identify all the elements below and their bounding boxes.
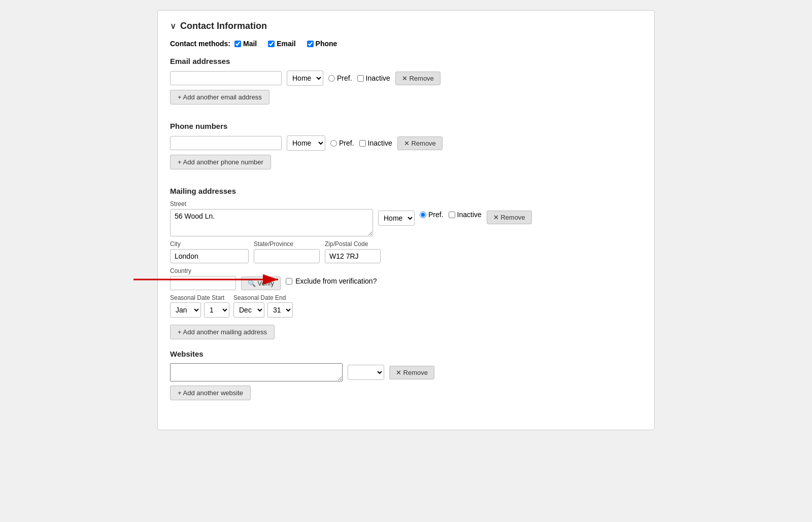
city-state-zip-row: City State/Province Zip/Postal Code bbox=[170, 240, 642, 263]
zip-input[interactable] bbox=[325, 249, 381, 263]
mailing-type-select[interactable]: Home Work Other bbox=[378, 211, 415, 226]
email-section: Email addresses Home Work Other Pref. In… bbox=[170, 57, 642, 113]
collapse-icon[interactable]: ∨ bbox=[170, 21, 176, 31]
website-field-row: Home Work Other ✕ Remove bbox=[170, 363, 642, 381]
end-month-select[interactable]: JanFebMarApr MayJunJulAug SepOctNovDec bbox=[233, 302, 264, 318]
contact-methods-row: Contact methods: Mail Email Phone bbox=[170, 40, 642, 48]
seasonal-start-group: Seasonal Date Start JanFebMarApr MayJunJ… bbox=[170, 294, 229, 318]
end-day-select[interactable]: 12345 678910 1112131415 1617181920 21222… bbox=[267, 302, 293, 318]
street-textarea[interactable] bbox=[170, 209, 373, 236]
street-label: Street bbox=[170, 200, 373, 207]
street-row: Street Home Work Other Pref. Inactive ✕ … bbox=[170, 200, 642, 236]
add-email-button[interactable]: + Add another email address bbox=[170, 90, 269, 105]
seasonal-row: Seasonal Date Start JanFebMarApr MayJunJ… bbox=[170, 294, 642, 318]
contact-information-panel: ∨ Contact Information Contact methods: M… bbox=[157, 10, 655, 430]
street-field: Street bbox=[170, 200, 373, 236]
method-mail: Mail bbox=[234, 40, 261, 48]
mailing-section: Mailing addresses Street Home Work Other… bbox=[170, 187, 642, 347]
state-field: State/Province bbox=[254, 240, 320, 263]
email-pref-radio[interactable] bbox=[328, 75, 335, 82]
phone-section-title: Phone numbers bbox=[170, 122, 642, 130]
country-field: Country bbox=[170, 267, 236, 290]
zip-field: Zip/Postal Code bbox=[325, 240, 381, 263]
phone-label[interactable]: Phone bbox=[316, 40, 337, 48]
mailing-inactive-checkbox[interactable] bbox=[449, 212, 455, 218]
website-type-select[interactable]: Home Work Other bbox=[348, 365, 384, 380]
mailing-section-title: Mailing addresses bbox=[170, 187, 642, 195]
add-mailing-button[interactable]: + Add another mailing address bbox=[170, 325, 275, 339]
email-checkbox[interactable] bbox=[268, 41, 275, 47]
websites-section: Websites Home Work Other ✕ Remove + Add … bbox=[170, 350, 642, 408]
email-field-row: Home Work Other Pref. Inactive ✕ Remove bbox=[170, 71, 642, 86]
start-month-select[interactable]: JanFebMarApr MayJunJulAug SepOctNovDec bbox=[170, 302, 201, 318]
country-input[interactable] bbox=[170, 276, 236, 290]
website-input[interactable] bbox=[170, 363, 343, 381]
add-website-button[interactable]: + Add another website bbox=[170, 386, 251, 400]
email-pref-inactive: Pref. Inactive bbox=[328, 74, 390, 82]
add-phone-button[interactable]: + Add another phone number bbox=[170, 155, 271, 169]
panel-title: Contact Information bbox=[180, 21, 267, 31]
state-label: State/Province bbox=[254, 240, 320, 248]
email-label[interactable]: Email bbox=[277, 40, 295, 48]
city-input[interactable] bbox=[170, 249, 249, 263]
country-label: Country bbox=[170, 267, 236, 274]
phone-inactive-label[interactable]: Inactive bbox=[359, 139, 392, 147]
exclude-row: Exclude from verification? bbox=[286, 277, 377, 285]
email-type-select[interactable]: Home Work Other bbox=[287, 71, 323, 86]
email-remove-button[interactable]: ✕ Remove bbox=[395, 72, 441, 85]
panel-header: ∨ Contact Information bbox=[170, 21, 642, 31]
phone-section: Phone numbers Home Work Mobile Other Pre… bbox=[170, 122, 642, 178]
phone-type-select[interactable]: Home Work Mobile Other bbox=[287, 135, 325, 151]
mail-label[interactable]: Mail bbox=[243, 40, 257, 48]
seasonal-start-label: Seasonal Date Start bbox=[170, 294, 229, 301]
state-input[interactable] bbox=[254, 249, 320, 263]
email-pref-label[interactable]: Pref. bbox=[328, 74, 352, 82]
mailing-pref-radio[interactable] bbox=[420, 212, 426, 218]
seasonal-end-selects: JanFebMarApr MayJunJulAug SepOctNovDec 1… bbox=[233, 302, 293, 318]
websites-section-title: Websites bbox=[170, 350, 642, 358]
email-input[interactable] bbox=[170, 71, 282, 85]
phone-input[interactable] bbox=[170, 136, 282, 150]
email-inactive-checkbox[interactable] bbox=[357, 75, 364, 82]
phone-remove-button[interactable]: ✕ Remove bbox=[397, 136, 443, 150]
phone-checkbox[interactable] bbox=[307, 41, 314, 47]
seasonal-end-label: Seasonal Date End bbox=[233, 294, 293, 301]
mailing-inactive-label[interactable]: Inactive bbox=[449, 211, 482, 219]
exclude-label[interactable]: Exclude from verification? bbox=[295, 277, 377, 285]
phone-pref-radio[interactable] bbox=[330, 140, 337, 147]
phone-inactive-checkbox[interactable] bbox=[359, 140, 366, 147]
method-email: Email bbox=[268, 40, 299, 48]
zip-label: Zip/Postal Code bbox=[325, 240, 381, 248]
mailing-pref-label[interactable]: Pref. bbox=[420, 211, 444, 219]
method-phone: Phone bbox=[307, 40, 342, 48]
city-field: City bbox=[170, 240, 249, 263]
website-remove-button[interactable]: ✕ Remove bbox=[389, 366, 434, 379]
seasonal-start-selects: JanFebMarApr MayJunJulAug SepOctNovDec 1… bbox=[170, 302, 229, 318]
phone-field-row: Home Work Mobile Other Pref. Inactive ✕ … bbox=[170, 135, 642, 151]
verify-button[interactable]: 🔍 Verify bbox=[241, 276, 281, 290]
seasonal-end-group: Seasonal Date End JanFebMarApr MayJunJul… bbox=[233, 294, 293, 318]
mailing-pref-inactive: Pref. Inactive bbox=[420, 211, 482, 219]
email-inactive-label[interactable]: Inactive bbox=[357, 74, 390, 82]
mail-checkbox[interactable] bbox=[234, 41, 241, 47]
phone-pref-inactive: Pref. Inactive bbox=[330, 139, 392, 147]
start-day-select[interactable]: 12345 678910 1112131415 1617181920 21222… bbox=[204, 302, 229, 318]
exclude-checkbox[interactable] bbox=[286, 278, 292, 285]
mailing-remove-button[interactable]: ✕ Remove bbox=[487, 211, 532, 224]
phone-pref-label[interactable]: Pref. bbox=[330, 139, 354, 147]
city-label: City bbox=[170, 240, 249, 248]
email-section-title: Email addresses bbox=[170, 57, 642, 65]
country-verify-row: Country 🔍 Verify Exclude from verificati… bbox=[170, 267, 642, 290]
contact-methods-label: Contact methods: bbox=[170, 40, 230, 48]
